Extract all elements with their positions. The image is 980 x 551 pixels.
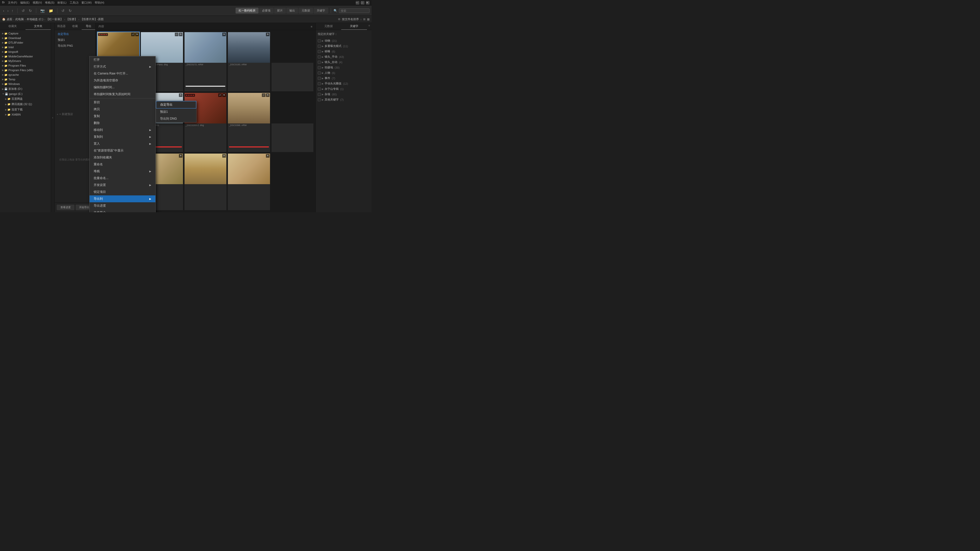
flag-icon[interactable]: ⚑ (222, 154, 226, 158)
flag-icon[interactable]: ⚑ (222, 33, 226, 36)
folder-baidu[interactable]: ▶ 📁 百度网盘 (0, 96, 51, 102)
menu-restore-time[interactable]: 将拍摄时间恢复为原始时间 (89, 91, 156, 98)
menu-lock[interactable]: 锁定项目 (89, 189, 156, 195)
forward-button[interactable]: › (6, 8, 10, 13)
keyword-check[interactable] (318, 98, 321, 101)
rotate-icon[interactable]: ↺ (262, 94, 266, 97)
breadcrumb-desktop[interactable]: 桌面 (6, 17, 12, 21)
menu-help[interactable]: 帮助(H) (95, 1, 104, 5)
menu-show-explorer[interactable]: 在"资源管理器"中显示 (89, 147, 156, 154)
menu-view[interactable]: 视图(V) (33, 1, 42, 5)
folder-programfiles[interactable]: ▶ 📁 Program Files (0, 63, 51, 68)
keyword-check[interactable] (318, 87, 321, 91)
flag-icon[interactable]: ⚑ (179, 94, 183, 97)
submenu-export-dng[interactable]: 导出到 DNG (156, 115, 196, 122)
folder-temp[interactable]: ▶ 📁 Temp (0, 77, 51, 82)
thumb-item-12[interactable]: ⚑ (228, 154, 270, 210)
tab-folders[interactable]: 文件夹 (25, 23, 51, 30)
tab-keywords[interactable]: 关键字 (313, 8, 328, 14)
flag-icon[interactable]: ⚑ (135, 33, 139, 36)
tab-output[interactable]: 输出 (286, 8, 298, 14)
grid-view-icon[interactable]: ▦ (367, 17, 369, 21)
sort-dropdown[interactable]: 按文件名排序 (342, 17, 359, 21)
panel-menu-icon[interactable]: ≡ (367, 23, 372, 30)
keyword-expand-icon[interactable]: ▶ (322, 61, 324, 64)
rotate-icon[interactable]: ↺ (218, 94, 222, 97)
menu-file[interactable]: 文件(F) (8, 1, 17, 5)
keyword-expand-icon[interactable]: ▶ (322, 66, 324, 69)
submenu-custom-export[interactable]: 自定导出 (156, 101, 196, 108)
folder-mobilegame[interactable]: ▶ 📁 MobileGameMaster (0, 54, 51, 59)
menu-cut[interactable]: 剪切 (89, 99, 156, 106)
menu-edit-time[interactable]: 编辑拍摄时间... (89, 84, 156, 91)
close-button[interactable]: ✕ (366, 1, 369, 5)
menu-label[interactable]: 标签(L) (57, 1, 66, 5)
folder-capture[interactable]: ▶ 📁 Capture (0, 31, 51, 36)
flag-icon[interactable]: ⚑ (179, 154, 183, 158)
view-toggle-icon[interactable]: ⊞ (363, 17, 366, 21)
keyword-expand-icon[interactable]: ▶ (322, 83, 324, 85)
keyword-expand-icon[interactable]: ▶ (322, 93, 324, 96)
tab-collection[interactable]: 收藏 (68, 23, 82, 30)
menu-export-progress[interactable]: 导出进度 (89, 202, 156, 209)
keyword-check[interactable] (318, 44, 321, 48)
thumb-item-4[interactable]: ⚑ _DSC0193. ARW (228, 32, 270, 91)
menu-open-with[interactable]: 打开方式 ▶ (89, 63, 156, 70)
menu-clear-cache[interactable]: 为所选项清空缓存 (89, 77, 156, 84)
folder-qycache[interactable]: ▶ 📁 qycache (0, 73, 51, 77)
tab-keywords-panel[interactable]: 关键字 (341, 23, 367, 30)
keyword-check[interactable] (318, 82, 321, 85)
filter-icon[interactable]: ⚙ (338, 17, 340, 21)
rotate-cw-button[interactable]: ↻ (28, 8, 33, 13)
folder-mydrivers[interactable]: ▶ 📁 MyDrivers (0, 59, 51, 63)
keyword-expand-icon[interactable]: ▶ (322, 72, 324, 74)
maximize-button[interactable]: □ (361, 1, 364, 5)
keyword-check[interactable] (318, 93, 321, 96)
rotate-icon[interactable]: ↺ (131, 33, 135, 36)
export-preset1[interactable]: 预设1 (55, 37, 95, 43)
collapse-left-button[interactable]: ‹ (52, 116, 53, 119)
menu-duplicate[interactable]: 复制 (89, 113, 156, 120)
tab-essentials[interactable]: 必要项 (259, 8, 274, 14)
menu-export-to[interactable]: 导出到 ▶ (89, 195, 156, 202)
drive-e[interactable]: ▼ 💾 gangyi (E:) (0, 92, 51, 96)
sort-direction-icon[interactable]: ↑ (360, 18, 362, 21)
folder-programfiles86[interactable]: ▶ 📁 Program Files (x86) (0, 68, 51, 73)
menu-copy[interactable]: 拷贝 (89, 106, 156, 113)
keyword-check[interactable] (318, 50, 321, 53)
keyword-expand-icon[interactable]: ▶ (322, 56, 324, 58)
minimize-button[interactable]: ─ (356, 1, 360, 5)
breadcrumb-drive-c[interactable]: 本地磁盘 (C:) (27, 17, 43, 21)
flag-icon[interactable]: ⚑ (179, 33, 183, 36)
flag-icon[interactable]: ⚑ (266, 33, 269, 36)
folder-dtl8[interactable]: ▶ 📁 DTL8Folder (0, 40, 51, 45)
menu-stack[interactable]: 堆栈(S) (45, 1, 54, 5)
menu-tools[interactable]: 工具(J) (70, 1, 79, 5)
menu-stack[interactable]: 堆栈 ▶ (89, 168, 156, 175)
back-button[interactable]: ‹ (2, 8, 5, 13)
flag-icon[interactable]: ⚑ (266, 154, 269, 158)
keyword-expand-icon[interactable]: ▶ (322, 40, 324, 42)
camera-button[interactable]: 📷 (39, 8, 46, 13)
menu-open-camera-raw[interactable]: 在 Camera Raw 中打开... (89, 70, 156, 77)
flag-icon[interactable]: ⚑ (266, 94, 269, 97)
keyword-expand-icon[interactable]: ▶ (322, 45, 324, 48)
thumb-item-8[interactable]: ↺ ⚑ _DSC0398. ARW (228, 93, 270, 152)
search-input[interactable] (339, 8, 369, 13)
tab-film[interactable]: 胶片 (274, 8, 286, 14)
keyword-check[interactable] (318, 71, 321, 75)
folder-intel[interactable]: ▶ 📁 Intel (0, 45, 51, 49)
breadcrumb-contest[interactable]: 【投赛】 (66, 17, 77, 21)
folder-kingsoft[interactable]: ▶ 📁 kingsoft (0, 49, 51, 54)
submenu-preset1[interactable]: 预设1 (156, 108, 196, 115)
thumb-item-11[interactable]: ⚑ (185, 154, 226, 210)
menu-edit[interactable]: 编辑(E) (20, 1, 30, 5)
breadcrumb-exhibition[interactable]: 【杠一影展】 (46, 17, 63, 21)
folder-tencent[interactable]: ▶ 📁 腾讯视频 (32 位) (0, 102, 51, 107)
keyword-check[interactable] (318, 56, 321, 59)
tab-export[interactable]: 导出 (82, 23, 95, 30)
tab-metadata[interactable]: 元数据 (299, 8, 313, 14)
breadcrumb-library[interactable]: 【投赛片库】-原图 (80, 17, 104, 21)
tab-favorites[interactable]: 收藏夹 (0, 23, 25, 30)
tab-darkroom[interactable]: 杠一数码暗房 (235, 8, 259, 14)
